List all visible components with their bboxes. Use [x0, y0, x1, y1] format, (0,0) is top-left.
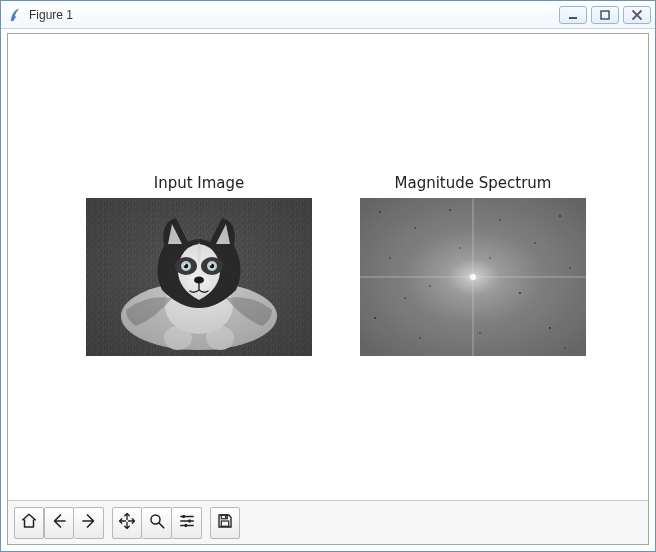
- svg-rect-19: [86, 198, 312, 356]
- minimize-button[interactable]: [559, 6, 587, 24]
- subplot-magnitude-spectrum: Magnitude Spectrum: [360, 198, 586, 356]
- svg-rect-49: [221, 521, 229, 526]
- svg-point-37: [459, 247, 460, 248]
- svg-point-30: [519, 292, 521, 294]
- svg-rect-45: [188, 519, 190, 522]
- matplotlib-toolbar: [8, 500, 648, 544]
- sliders-icon: [178, 512, 196, 534]
- close-button[interactable]: [623, 6, 651, 24]
- svg-point-39: [404, 297, 406, 299]
- svg-point-28: [389, 257, 391, 259]
- maximize-button[interactable]: [591, 6, 619, 24]
- tk-icon: [7, 7, 23, 23]
- forward-button[interactable]: [74, 507, 104, 539]
- home-icon: [20, 512, 38, 534]
- arrow-left-icon: [50, 512, 68, 534]
- svg-point-25: [499, 219, 501, 221]
- move-icon: [118, 512, 136, 534]
- svg-point-35: [549, 327, 551, 329]
- client-area: Input Image: [7, 33, 649, 545]
- subplot-input-image: Input Image: [86, 198, 312, 356]
- svg-point-33: [419, 337, 421, 339]
- zoom-icon: [148, 512, 166, 534]
- figure-canvas[interactable]: Input Image: [8, 34, 648, 500]
- subplot-title-right: Magnitude Spectrum: [360, 174, 586, 192]
- subplot-title-left: Input Image: [86, 174, 312, 192]
- window-controls: [559, 6, 651, 24]
- svg-point-31: [569, 267, 571, 269]
- input-image: [86, 198, 312, 356]
- arrow-right-icon: [80, 512, 98, 534]
- svg-point-36: [564, 347, 566, 349]
- svg-point-43: [151, 515, 160, 524]
- svg-point-26: [559, 215, 561, 217]
- svg-point-29: [429, 285, 431, 287]
- svg-rect-0: [569, 17, 577, 19]
- svg-rect-44: [182, 515, 184, 518]
- home-button[interactable]: [14, 507, 44, 539]
- window-root: Figure 1 Input Image: [0, 0, 656, 552]
- svg-point-32: [374, 317, 376, 319]
- svg-point-24: [449, 209, 451, 211]
- window-title: Figure 1: [29, 8, 73, 22]
- save-button[interactable]: [210, 507, 240, 539]
- back-button[interactable]: [44, 507, 74, 539]
- svg-point-42: [470, 274, 476, 280]
- titlebar[interactable]: Figure 1: [1, 1, 655, 29]
- svg-point-27: [534, 242, 536, 244]
- svg-point-38: [489, 257, 490, 258]
- pan-button[interactable]: [112, 507, 142, 539]
- svg-rect-1: [601, 11, 609, 19]
- svg-point-22: [379, 211, 381, 213]
- spectrum-image: [360, 198, 586, 356]
- svg-point-34: [479, 332, 481, 334]
- configure-button[interactable]: [172, 507, 202, 539]
- svg-rect-48: [225, 515, 227, 517]
- svg-rect-46: [184, 524, 186, 527]
- zoom-button[interactable]: [142, 507, 172, 539]
- save-icon: [216, 512, 234, 534]
- svg-point-23: [414, 227, 416, 229]
